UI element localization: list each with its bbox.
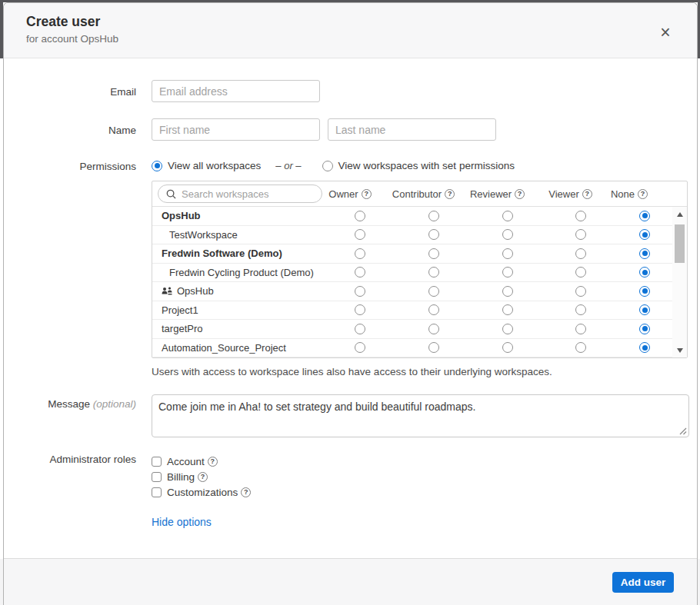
column-header-contributor: Contributor?	[397, 188, 470, 200]
first-name-input[interactable]	[152, 118, 320, 141]
name-label: Name	[4, 118, 152, 136]
resize-handle-icon[interactable]	[679, 427, 687, 435]
team-icon	[162, 287, 172, 296]
radio-owner[interactable]	[355, 304, 365, 315]
search-icon	[166, 189, 176, 199]
column-header-owner: Owner?	[323, 188, 397, 200]
workspace-name: TestWorkspace	[152, 229, 323, 241]
radio-owner[interactable]	[355, 229, 365, 240]
workspace-name: OpsHub	[152, 285, 323, 297]
radio-reviewer[interactable]	[502, 304, 513, 315]
scroll-up-button[interactable]	[672, 208, 687, 220]
scroll-up-icon	[677, 212, 683, 217]
workspace-row: OpsHub	[152, 282, 687, 301]
radio-viewer[interactable]	[575, 211, 586, 221]
admin-roles-options: Account?Billing?Customizations?	[152, 454, 251, 500]
email-input[interactable]	[152, 80, 320, 102]
radio-none[interactable]	[639, 342, 650, 353]
radio-contributor[interactable]	[428, 324, 439, 334]
help-icon[interactable]: ?	[208, 457, 218, 467]
radio-owner[interactable]	[355, 286, 365, 297]
close-icon[interactable]: ×	[657, 25, 674, 42]
view-all-workspaces-label: View all workspaces	[168, 160, 261, 171]
radio-viewer[interactable]	[575, 304, 586, 315]
workspace-row: Automation_Source_Project	[152, 339, 687, 358]
workspace-search[interactable]	[158, 184, 322, 203]
help-icon[interactable]: ?	[638, 189, 648, 199]
message-row: Message (optional) Come join me in Aha! …	[4, 394, 697, 437]
permissions-radio-line: View all workspaces – or – View workspac…	[152, 160, 688, 171]
help-icon[interactable]: ?	[241, 487, 251, 497]
workspace-row: TestWorkspace	[152, 226, 687, 245]
radio-reviewer[interactable]	[502, 286, 513, 297]
radio-none[interactable]	[639, 229, 650, 240]
help-icon[interactable]: ?	[198, 472, 208, 482]
message-label: Message (optional)	[4, 394, 152, 410]
add-user-button[interactable]: Add user	[612, 572, 674, 593]
last-name-input[interactable]	[328, 118, 496, 141]
workspace-name: Automation_Source_Project	[152, 342, 323, 354]
view-set-permissions-radio[interactable]	[322, 161, 333, 171]
radio-reviewer[interactable]	[502, 229, 513, 240]
radio-contributor[interactable]	[428, 248, 439, 259]
radio-contributor[interactable]	[428, 342, 439, 353]
radio-contributor[interactable]	[428, 304, 439, 315]
radio-owner[interactable]	[355, 342, 365, 353]
admin-option-billing: Billing?	[152, 469, 251, 484]
radio-contributor[interactable]	[428, 211, 439, 221]
radio-none[interactable]	[639, 211, 650, 221]
scroll-down-icon	[677, 348, 683, 353]
admin-option-customizations: Customizations?	[152, 484, 251, 500]
radio-reviewer[interactable]	[502, 248, 513, 259]
radio-contributor[interactable]	[428, 267, 439, 278]
radio-viewer[interactable]	[575, 342, 586, 353]
radio-reviewer[interactable]	[502, 211, 513, 221]
billing-checkbox[interactable]	[152, 472, 162, 482]
workspace-row: Project1	[152, 301, 687, 321]
name-row: Name	[4, 118, 697, 141]
radio-owner[interactable]	[355, 267, 365, 278]
view-all-workspaces-radio[interactable]	[152, 161, 162, 171]
radio-contributor[interactable]	[428, 229, 439, 240]
create-user-modal: Create user for account OpsHub × Email N…	[3, 2, 698, 605]
table-scrollbar[interactable]	[672, 207, 687, 357]
help-icon[interactable]: ?	[362, 189, 372, 199]
radio-viewer[interactable]	[575, 286, 586, 297]
or-separator: – or –	[275, 160, 301, 171]
help-icon[interactable]: ?	[582, 189, 592, 199]
workspace-table-body: OpsHubTestWorkspaceFredwin Software (Dem…	[152, 207, 687, 357]
workspace-name: Project1	[152, 304, 323, 316]
radio-viewer[interactable]	[575, 248, 586, 259]
scroll-down-button[interactable]	[672, 344, 687, 356]
radio-none[interactable]	[639, 267, 650, 278]
customizations-checkbox[interactable]	[152, 487, 162, 497]
hide-options-link[interactable]: Hide options	[152, 516, 212, 528]
radio-contributor[interactable]	[428, 286, 439, 297]
radio-viewer[interactable]	[575, 267, 586, 278]
workspace-note: Users with access to workspace lines als…	[152, 366, 688, 377]
scrollbar-thumb[interactable]	[675, 224, 685, 263]
help-icon[interactable]: ?	[515, 189, 525, 199]
radio-owner[interactable]	[355, 211, 365, 221]
permissions-row: Permissions View all workspaces – or – V…	[4, 160, 697, 377]
hide-options-row: Hide options	[4, 515, 697, 529]
radio-viewer[interactable]	[575, 229, 586, 240]
radio-none[interactable]	[639, 324, 650, 334]
radio-reviewer[interactable]	[502, 267, 513, 278]
radio-none[interactable]	[639, 286, 650, 297]
radio-none[interactable]	[639, 304, 650, 315]
message-optional-label: (optional)	[93, 398, 136, 410]
account-checkbox[interactable]	[152, 457, 162, 467]
modal-title: Create user	[26, 14, 674, 30]
radio-owner[interactable]	[355, 248, 365, 259]
radio-reviewer[interactable]	[502, 342, 513, 353]
radio-owner[interactable]	[355, 324, 365, 334]
workspace-table-header: Owner?Contributor?Reviewer?Viewer?None?	[152, 181, 687, 207]
radio-reviewer[interactable]	[502, 324, 513, 334]
radio-none[interactable]	[639, 248, 650, 259]
message-textarea[interactable]: Come join me in Aha! to set strategy and…	[152, 394, 689, 437]
radio-viewer[interactable]	[575, 324, 586, 334]
column-header-none: None?	[616, 188, 673, 200]
help-icon[interactable]: ?	[445, 189, 455, 199]
workspace-search-input[interactable]	[182, 188, 305, 200]
